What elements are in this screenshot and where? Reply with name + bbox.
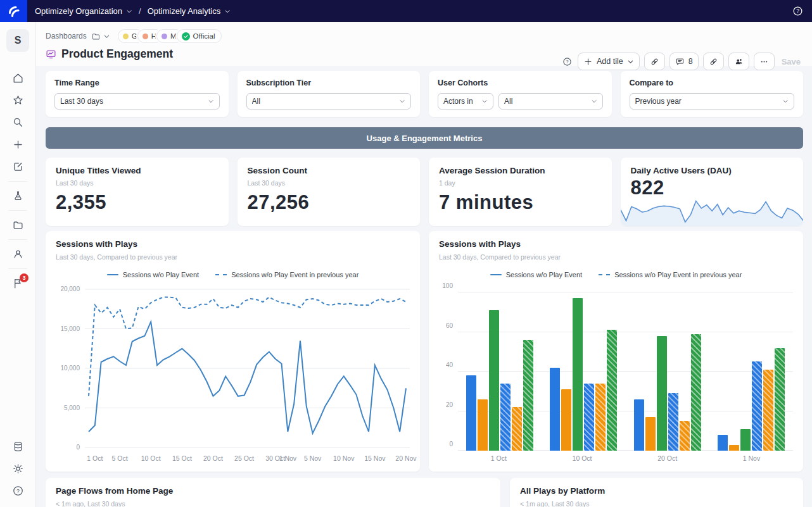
filter-time-range: Time Range Last 30 days <box>46 71 229 117</box>
search-icon <box>12 116 24 128</box>
product-name: Optimizely Analytics <box>148 6 221 16</box>
cohort-mode-select[interactable]: Actors in <box>438 93 493 110</box>
sidebar-divider <box>8 210 27 211</box>
x-tick-label: 20 Oct <box>657 454 677 465</box>
sidebar-data[interactable] <box>6 435 29 458</box>
page-flows-card[interactable]: Page Flows from Home Page < 1m ago, Last… <box>46 478 500 507</box>
plays-by-platform-card[interactable]: All Plays by Platform < 1m ago, Last 30 … <box>510 478 803 507</box>
share-users-button[interactable] <box>728 53 749 70</box>
y-axis-labels: 05,00010,00015,00020,000 <box>56 286 85 451</box>
plus-icon <box>583 57 593 66</box>
filter-label: Time Range <box>54 78 220 87</box>
sidebar-notifications[interactable]: 3 <box>6 272 29 294</box>
y-tick-label: 0 <box>76 444 80 451</box>
legend-label: Sessions w/o Play Event in previous year <box>614 271 742 279</box>
product-switcher[interactable]: Optimizely Analytics <box>148 6 231 16</box>
blue-previous-year-bar <box>500 384 511 451</box>
green-bar <box>740 429 751 451</box>
cohort-select[interactable]: All <box>498 93 603 110</box>
sidebar-settings[interactable] <box>6 458 29 480</box>
sidebar-divider <box>8 239 27 240</box>
select-value: Previous year <box>635 97 783 106</box>
sidebar-projects[interactable] <box>6 214 29 236</box>
copy-link-button[interactable] <box>644 53 665 70</box>
kpi-session-count[interactable]: Session Count Last 30 days 27,256 <box>238 158 421 226</box>
orange-bar <box>729 445 739 451</box>
line-chart <box>85 286 410 451</box>
org-switcher[interactable]: Optimizely Organization <box>35 6 132 16</box>
kpi-unique-titles[interactable]: Unique Titles Viewed Last 30 days 2,355 <box>46 158 229 226</box>
green-bar <box>657 336 667 451</box>
dashboard-chart-icon <box>46 49 56 59</box>
y-tick-label: 10,000 <box>60 365 80 372</box>
gear-icon <box>12 463 24 475</box>
kpi-subtitle: Last 30 days <box>248 179 410 187</box>
subscription-tier-select[interactable]: All <box>246 93 412 110</box>
experiment-icon <box>12 190 24 202</box>
kpi-daily-active-users[interactable]: Daily Active Users (DAU) 822 <box>621 158 804 226</box>
collaborator-badges: G H M Official <box>118 29 222 43</box>
sidebar-home[interactable] <box>6 67 29 89</box>
add-tile-button[interactable]: Add tile <box>578 53 640 70</box>
avatar-dot <box>123 34 129 39</box>
folder-icon[interactable] <box>91 32 101 41</box>
kpi-value: 27,256 <box>248 191 410 214</box>
x-tick-label: 1 Nov <box>279 454 296 462</box>
legend-item: Sessions w/o Play Event <box>107 271 199 279</box>
user-icon <box>12 248 24 260</box>
solid-line-swatch <box>107 274 118 275</box>
charts-row: Sessions with Plays Last 30 days, Compar… <box>46 231 803 472</box>
chevron-down-icon <box>481 98 488 104</box>
save-button[interactable]: Save <box>779 53 803 70</box>
sidebar-search[interactable] <box>6 111 29 134</box>
sidebar-experiments[interactable] <box>6 185 29 207</box>
link-icon <box>709 57 718 66</box>
blue-previous-year-bar <box>668 393 678 451</box>
sidebar-compose[interactable] <box>6 156 29 178</box>
legend-item: Sessions w/o Play Event <box>490 271 582 279</box>
more-icon <box>759 57 769 66</box>
optimizely-logo[interactable] <box>0 0 27 22</box>
bar-group <box>466 292 533 451</box>
blue-bar <box>718 435 728 451</box>
y-axis-labels: 0204060100 <box>439 286 458 451</box>
y-tick-label: 100 <box>442 282 453 289</box>
x-tick-label: 15 Oct <box>172 454 192 462</box>
dashboard-help-button[interactable]: ? <box>561 53 573 70</box>
topnav-help-button[interactable]: ? <box>792 6 803 16</box>
compare-to-select[interactable]: Previous year <box>630 93 795 110</box>
sessions-bar-chart-card[interactable]: Sessions with Plays Last 30 days, Compar… <box>429 231 803 472</box>
legend-label: Sessions w/o Play Event in previous year <box>231 271 358 279</box>
blue-previous-year-bar <box>584 384 594 451</box>
org-name: Optimizely Organization <box>35 6 122 16</box>
share-link-button[interactable] <box>703 53 724 70</box>
chevron-down-icon <box>399 98 405 104</box>
breadcrumb[interactable]: Dashboards <box>46 32 87 41</box>
avatar-dot <box>162 34 167 39</box>
sidebar-profile[interactable] <box>6 243 29 265</box>
y-tick-label: 40 <box>446 361 453 368</box>
y-tick-label: 0 <box>449 441 453 448</box>
sidebar-create[interactable] <box>6 134 29 156</box>
sessions-line-chart-card[interactable]: Sessions with Plays Last 30 days, Compar… <box>46 231 420 472</box>
green-bar <box>489 310 499 451</box>
x-axis-labels: 1 Oct5 Oct10 Oct15 Oct20 Oct25 Oct30 Oct… <box>85 451 410 465</box>
svg-text:?: ? <box>16 488 20 494</box>
chevron-down-icon[interactable] <box>103 33 110 40</box>
y-tick-label: 20,000 <box>60 285 80 292</box>
official-badge[interactable]: Official <box>177 29 222 43</box>
select-value: Last 30 days <box>60 97 208 106</box>
time-range-select[interactable]: Last 30 days <box>54 93 220 110</box>
more-button[interactable] <box>754 53 775 70</box>
x-tick-label: 20 Nov <box>395 454 416 462</box>
help-icon: ? <box>562 57 572 66</box>
kpi-avg-session-duration[interactable]: Average Session Duration 1 day 7 minutes <box>429 158 612 226</box>
comments-button[interactable]: 8 <box>669 53 699 70</box>
bar-groups <box>458 292 793 451</box>
workspace-avatar[interactable]: S <box>6 29 29 52</box>
left-sidebar: S 3 ? <box>0 22 36 507</box>
section-header[interactable]: Usage & Engagement Metrics <box>46 127 803 149</box>
sidebar-favorites[interactable] <box>6 89 29 111</box>
x-tick-label: 1 Oct <box>491 454 507 465</box>
sidebar-help[interactable]: ? <box>6 480 29 502</box>
